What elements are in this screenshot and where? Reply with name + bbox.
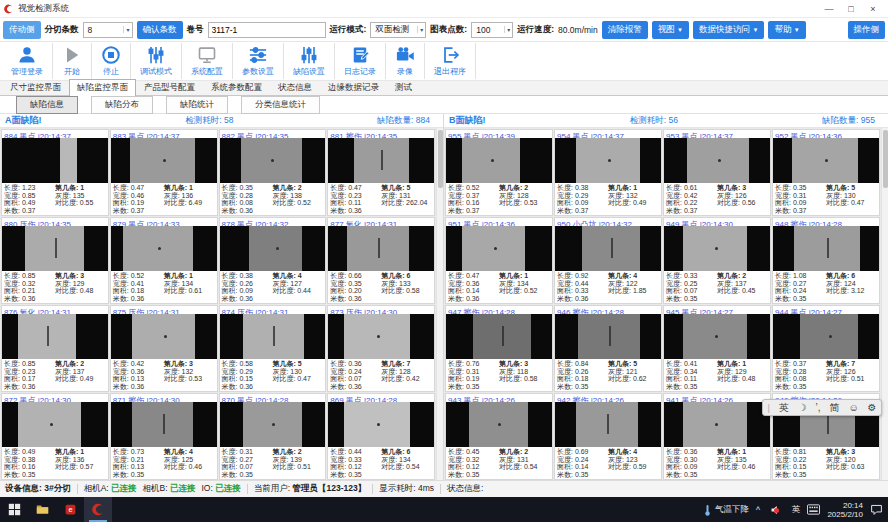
- subtab-1[interactable]: 缺陷分布: [91, 96, 153, 114]
- taskbar-app-red-1[interactable]: e: [56, 497, 84, 522]
- defect-meta: 长度: 0.47宽度: 0.36面积: 0.14米数: 0.36第几条: 1灰度…: [446, 271, 552, 303]
- minimize-icon[interactable]: —: [818, 2, 840, 16]
- tab-2[interactable]: 产品型号配置: [136, 79, 203, 95]
- defect-cell-871[interactable]: 871 擦伤 |20:14:30长度: 0.73宽度: 0.21面积: 0.13…: [110, 393, 218, 480]
- scrollbar-thumb[interactable]: [438, 130, 443, 188]
- tool-sliders-v2-button[interactable]: 缺陷设置: [284, 43, 335, 79]
- defect-cell-883[interactable]: 883 黑点 |20:14:37长度: 0.47宽度: 0.46面积: 0.19…: [110, 129, 218, 216]
- subtab-0[interactable]: 缺陷信息: [16, 96, 78, 114]
- defect-cell-878[interactable]: 878 黑点 |20:14:32长度: 0.38宽度: 0.26面积: 0.09…: [219, 217, 327, 304]
- touch-keyboard-icon[interactable]: [807, 504, 820, 515]
- defect-cell-880[interactable]: 880 压伤 |20:14:35长度: 0.85宽度: 0.32面积: 0.21…: [1, 217, 109, 304]
- tool-play-button[interactable]: 开始: [53, 43, 92, 79]
- defect-cell-879[interactable]: 879 黑点 |20:14:33长度: 0.52宽度: 0.41面积: 0.18…: [110, 217, 218, 304]
- defect-cell-header: 942 擦伤 |20:14:26: [555, 394, 661, 402]
- tool-monitor-button[interactable]: 系统配置: [182, 43, 233, 79]
- tab-3[interactable]: 系统参数配置: [203, 79, 270, 95]
- defect-cell-876[interactable]: 876 氧化 |20:14:31长度: 0.85宽度: 0.23面积: 0.17…: [1, 305, 109, 392]
- view-menu-button[interactable]: 视图 ▼: [652, 21, 689, 39]
- defect-cell-945[interactable]: 945 黑点 |20:14:27长度: 0.41宽度: 0.34面积: 0.11…: [663, 305, 771, 392]
- taskbar-app-file-explorer[interactable]: [28, 497, 56, 522]
- defect-cell-869[interactable]: 869 黑点 |20:14:28长度: 0.44宽度: 0.33面积: 0.12…: [327, 393, 435, 480]
- defect-cell-946[interactable]: 946 擦伤 |20:14:28长度: 0.84宽度: 0.26面积: 0.18…: [554, 305, 662, 392]
- tab-1[interactable]: 缺陷监控界面: [69, 79, 136, 96]
- defect-cell-950[interactable]: 950 小凸坑 |20:14:32长度: 0.92宽度: 0.44面积: 0.3…: [554, 217, 662, 304]
- tool-camera-button[interactable]: 录像: [386, 43, 425, 79]
- close-icon[interactable]: ×: [862, 2, 884, 16]
- defect-cell-952[interactable]: 952 黑点 |20:14:36长度: 0.35宽度: 0.31面积: 0.09…: [772, 129, 880, 216]
- subtab-2[interactable]: 缺陷统计: [166, 96, 228, 114]
- ime-drag-handle[interactable]: |: [767, 403, 769, 413]
- tool-sliders-v-button[interactable]: 调试模式: [131, 43, 182, 79]
- subtab-3[interactable]: 分类信息统计: [241, 96, 320, 114]
- panel-a-header: A面缺陷! 检测耗时: 58 缺陷数量: 884: [0, 114, 443, 128]
- defect-cell-947[interactable]: 947 擦伤 |20:14:28长度: 0.76宽度: 0.31面积: 0.19…: [445, 305, 553, 392]
- data-quick-access-menu-button[interactable]: 数据快捷访问 ▼: [693, 21, 764, 39]
- slit-count-select[interactable]: 8 ▾: [83, 22, 133, 38]
- roll-number-input[interactable]: [208, 22, 326, 38]
- defect-cell-953[interactable]: 953 黑点 |20:14:37长度: 0.61宽度: 0.42面积: 0.22…: [663, 129, 771, 216]
- tool-stop-button[interactable]: 停止: [92, 43, 131, 79]
- ime-halfwidth-moon-icon[interactable]: ☽: [798, 402, 807, 413]
- defect-cell-942[interactable]: 942 擦伤 |20:14:26长度: 0.69宽度: 0.24面积: 0.14…: [554, 393, 662, 480]
- defect-cell-941[interactable]: 941 黑点 |20:14:26长度: 0.36宽度: 0.30面积: 0.09…: [663, 393, 771, 480]
- defect-cell-header: 948 擦伤 |20:14:28: [773, 218, 879, 226]
- start-button[interactable]: [0, 497, 28, 522]
- tab-5[interactable]: 边缘数据记录: [320, 79, 387, 95]
- operate-side-button[interactable]: 操作侧: [848, 21, 886, 39]
- defect-cell-874[interactable]: 874 压伤 |20:14:31长度: 0.58宽度: 0.29面积: 0.15…: [219, 305, 327, 392]
- ime-lang-english[interactable]: 英: [779, 401, 789, 415]
- ime-punctuation-icon[interactable]: ’,: [816, 402, 821, 413]
- volume-icon[interactable]: [767, 501, 785, 519]
- tool-user-button[interactable]: 管理登录: [2, 43, 53, 79]
- defect-mark: [608, 159, 611, 162]
- tray-expand-chevron-icon[interactable]: ^: [756, 505, 760, 515]
- ime-settings-gear-icon[interactable]: ⚙: [868, 402, 877, 413]
- defect-cell-949[interactable]: 949 黑点 |20:14:30长度: 0.33宽度: 0.25面积: 0.07…: [663, 217, 771, 304]
- tool-exit-button[interactable]: 退出程序: [425, 43, 476, 79]
- clock[interactable]: 20:142025/2/10: [827, 501, 863, 519]
- defect-cell-881[interactable]: 881 擦伤 |20:14:35长度: 0.47宽度: 0.23面积: 0.11…: [327, 129, 435, 216]
- confirm-count-button[interactable]: 确认条数: [137, 21, 183, 39]
- defect-cell-872[interactable]: 872 黑点 |20:14:30长度: 0.49宽度: 0.38面积: 0.16…: [1, 393, 109, 480]
- clear-alarm-button[interactable]: 清除报警: [602, 21, 648, 39]
- tab-0[interactable]: 尺寸监控界面: [2, 79, 69, 95]
- defect-cell-951[interactable]: 951 黑点 |20:14:36长度: 0.47宽度: 0.36面积: 0.14…: [445, 217, 553, 304]
- ime-simplified[interactable]: 简: [829, 401, 839, 415]
- ime-language-indicator[interactable]: 英: [792, 504, 801, 516]
- tab-4[interactable]: 状态信息: [270, 79, 320, 95]
- scrollbar-thumb[interactable]: [883, 130, 888, 188]
- roll-number-label: 卷号: [187, 24, 204, 36]
- defect-cell-877[interactable]: 877 氧化 |20:14:31长度: 0.66宽度: 0.35面积: 0.20…: [327, 217, 435, 304]
- defect-cell-954[interactable]: 954 黑点 |20:14:37长度: 0.38宽度: 0.29面积: 0.09…: [554, 129, 662, 216]
- drive-side-button[interactable]: 传动侧: [3, 21, 41, 39]
- weather-widget[interactable]: 气温下降: [703, 504, 749, 516]
- stop-icon: [101, 45, 121, 65]
- defect-cell-882[interactable]: 882 黑点 |20:14:35长度: 0.35宽度: 0.28面积: 0.08…: [219, 129, 327, 216]
- scrollbar-b[interactable]: [881, 128, 888, 480]
- defect-cell-944[interactable]: 944 黑点 |20:14:27长度: 0.37宽度: 0.28面积: 0.08…: [772, 305, 880, 392]
- panel-side-a: A面缺陷! 检测耗时: 58 缺陷数量: 884 884 黑点 |20:14:3…: [0, 114, 444, 480]
- chart-points-select[interactable]: 100 ▾: [471, 22, 513, 38]
- maximize-icon[interactable]: □: [840, 2, 862, 16]
- defect-cell-884[interactable]: 884 黑点 |20:14:37长度: 1.23宽度: 0.85面积: 0.49…: [1, 129, 109, 216]
- tab-6[interactable]: 测试: [387, 79, 420, 95]
- defect-cell-875[interactable]: 875 压伤 |20:14:31长度: 0.42宽度: 0.36面积: 0.13…: [110, 305, 218, 392]
- tool-label: 调试模式: [140, 66, 172, 77]
- tool-sliders-h-button[interactable]: 参数设置: [233, 43, 284, 79]
- ime-emoji-icon[interactable]: ☺: [848, 402, 858, 413]
- defect-cell-948[interactable]: 948 擦伤 |20:14:28长度: 1.08宽度: 0.27面积: 0.24…: [772, 217, 880, 304]
- notification-center-icon[interactable]: [870, 503, 883, 516]
- defect-cell-header: 874 压伤 |20:14:31: [220, 306, 326, 314]
- run-mode-select[interactable]: 双面检测 ▾: [370, 22, 426, 38]
- defect-mark: [378, 238, 380, 258]
- defect-cell-943[interactable]: 943 黑点 |20:14:26长度: 0.45宽度: 0.32面积: 0.12…: [445, 393, 553, 480]
- scrollbar-a[interactable]: [436, 128, 443, 480]
- defect-cell-955[interactable]: 955 黑点 |20:14:39长度: 0.52宽度: 0.37面积: 0.16…: [445, 129, 553, 216]
- tool-log-button[interactable]: 日志记录: [335, 43, 386, 79]
- help-menu-button[interactable]: 帮助 ▼: [768, 21, 805, 39]
- defect-cell-870[interactable]: 870 黑点 |20:14:28长度: 0.31宽度: 0.27面积: 0.07…: [219, 393, 327, 480]
- defect-cell-header: 870 黑点 |20:14:28: [220, 394, 326, 402]
- defect-cell-873[interactable]: 873 压伤 |20:14:30长度: 0.36宽度: 0.24面积: 0.07…: [327, 305, 435, 392]
- taskbar-app-inspection-system[interactable]: [84, 497, 112, 522]
